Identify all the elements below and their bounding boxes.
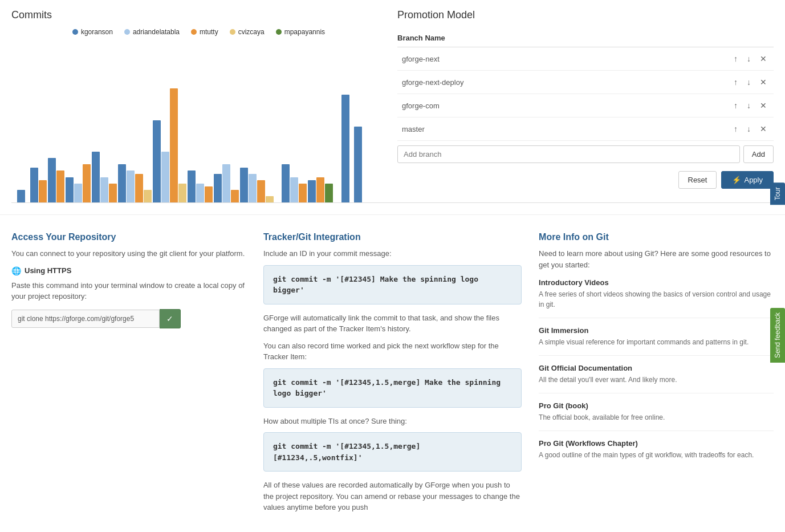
chart-bar [205, 186, 213, 202]
chart-bar [74, 184, 82, 202]
chart-bar [135, 174, 143, 202]
chart-bar [282, 164, 290, 202]
chart-bar [178, 184, 186, 202]
branch-remove-button[interactable]: ✕ [758, 100, 769, 111]
chart-area [11, 43, 386, 202]
branch-name: master [397, 117, 624, 141]
info-item: Git Official Documentation All the detai… [539, 364, 774, 393]
promotion-model-title: Promotion Model [397, 9, 774, 21]
info-item-desc: All the detail you'll ever want. And lik… [539, 375, 774, 385]
legend-item: kgoranson [72, 28, 113, 36]
legend-dot [191, 29, 197, 35]
legend-label: cvizcaya [238, 28, 265, 36]
chart-legend: kgoransonadriandelatablamtuttycvizcayamp… [11, 28, 386, 36]
branch-name-header: Branch Name [397, 29, 774, 47]
access-repo-description: You can connect to your repository using… [11, 248, 246, 259]
branch-move-up-button[interactable]: ↑ [731, 100, 740, 111]
using-https: 🌐 Using HTTPS [11, 266, 246, 275]
apply-icon: ⚡ [732, 176, 741, 184]
tracker-git-title: Tracker/Git Integration [263, 232, 522, 242]
chart-bar [56, 170, 64, 202]
footer-text: All of these values are recorded automat… [263, 480, 522, 513]
chart-bar [30, 168, 38, 202]
chart-group [66, 164, 91, 202]
branch-move-down-button[interactable]: ↓ [745, 100, 753, 111]
divider [11, 202, 774, 203]
legend-item: cvizcaya [230, 28, 265, 36]
branch-actions: ↑ ↓ ✕ [629, 53, 769, 64]
chart-bar [127, 170, 135, 202]
legend-label: kgoranson [81, 28, 113, 36]
reset-button[interactable]: Reset [678, 171, 717, 189]
chart-bar [188, 170, 196, 202]
branch-move-up-button[interactable]: ↑ [731, 76, 740, 88]
middle-text: You can also record time worked and pick… [263, 340, 522, 363]
chart-bar [231, 190, 239, 202]
code-block-3: git commit -m '[#12345,1.5,merge] [#1123… [263, 432, 522, 472]
chart-bar [39, 180, 47, 202]
access-repo-title: Access Your Repository [11, 232, 246, 242]
branch-actions: ↑ ↓ ✕ [629, 123, 769, 135]
chart-bar [83, 164, 91, 202]
chart-bar [196, 184, 204, 202]
chart-bar [325, 184, 333, 202]
branch-name: gforge-next-deploy [397, 71, 624, 94]
branch-move-down-button[interactable]: ↓ [745, 53, 753, 64]
chart-bar [100, 177, 108, 202]
legend-label: mpapayannis [284, 28, 325, 36]
legend-label: mtutty [200, 28, 218, 36]
chart-group [17, 190, 29, 202]
tour-button[interactable]: Tour [770, 182, 785, 205]
chart-group [282, 164, 307, 202]
branch-row: gforge-next-deploy ↑ ↓ ✕ [397, 71, 774, 94]
branch-remove-button[interactable]: ✕ [758, 123, 769, 135]
git-clone-check-button[interactable]: ✓ [160, 309, 181, 328]
chart-bar [222, 164, 230, 202]
chart-bar [299, 184, 307, 202]
chart-bar [249, 174, 257, 202]
more-info-items: Introductory Videos A free series of sho… [539, 278, 774, 468]
info-item-desc: A simple visual reference for important … [539, 337, 774, 347]
add-branch-button[interactable]: Add [743, 145, 774, 163]
add-branch-input[interactable] [397, 145, 740, 163]
chart-bar [257, 180, 265, 202]
chart-bar [17, 190, 25, 202]
info-item: Pro Git (Workflows Chapter) A good outli… [539, 439, 774, 468]
chart-bar [341, 95, 349, 202]
more-info-title: More Info on Git [539, 232, 774, 242]
more-info-section: More Info on Git Need to learn more abou… [539, 232, 774, 519]
chart-bar [118, 164, 126, 202]
chart-bar [308, 180, 316, 202]
chart-group [153, 88, 186, 202]
branch-move-down-button[interactable]: ↓ [745, 123, 753, 135]
chart-bar [240, 168, 248, 202]
info-item-title: Pro Git (book) [539, 401, 774, 410]
info-item-desc: The official book, available for free on… [539, 412, 774, 423]
tracker-git-section: Tracker/Git Integration Include an ID in… [263, 232, 522, 519]
legend-item: adriandelatabla [124, 28, 180, 36]
info-item-title: Introductory Videos [539, 278, 774, 287]
branch-name: gforge-com [397, 94, 624, 117]
branch-move-up-button[interactable]: ↑ [731, 53, 740, 64]
chart-bar [153, 120, 161, 202]
chart-bar [170, 88, 178, 202]
legend-item: mtutty [191, 28, 218, 36]
branch-move-up-button[interactable]: ↑ [731, 123, 740, 135]
chart-bar [354, 127, 362, 202]
send-feedback-button[interactable]: Send feedback [770, 308, 785, 363]
chart-group [48, 158, 64, 202]
branch-move-down-button[interactable]: ↓ [745, 76, 753, 88]
apply-button[interactable]: ⚡ Apply [721, 171, 774, 189]
chart-group [240, 168, 274, 202]
multiple-text: How about multiple TIs at once? Sure thi… [263, 416, 522, 427]
branch-remove-button[interactable]: ✕ [758, 76, 769, 88]
chart-bar [214, 174, 222, 202]
legend-label: adriandelatabla [133, 28, 180, 36]
branch-table: gforge-next ↑ ↓ ✕ gforge-next-deploy ↑ ↓… [397, 47, 774, 141]
chart-bar [66, 177, 74, 202]
git-clone-input[interactable] [11, 310, 160, 328]
branch-remove-button[interactable]: ✕ [758, 53, 769, 64]
chart-bar [109, 184, 117, 202]
legend-dot [230, 29, 235, 35]
chart-group [308, 177, 333, 202]
